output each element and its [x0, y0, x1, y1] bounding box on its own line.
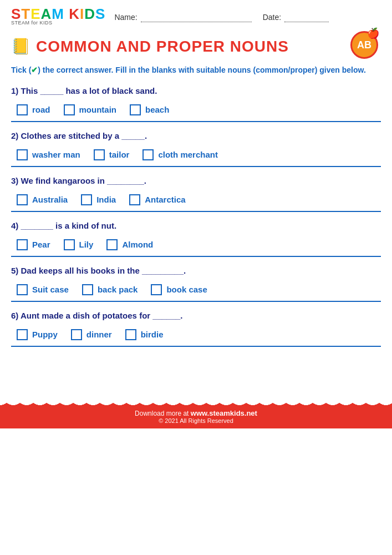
abc-badge: AB 🍎: [350, 31, 381, 62]
question-1: 1) This _____ has a lot of black sand.ro…: [0, 80, 392, 115]
divider-3: [11, 211, 381, 212]
header: STEAM KIDS STEAM for KIDS Name: Date:: [0, 0, 392, 29]
question-5: 5) Dad keeps all his books in the ______…: [0, 260, 392, 295]
divider-2: [11, 166, 381, 167]
footer-website[interactable]: www.steamkids.net: [191, 409, 257, 417]
checkbox-6-2[interactable]: [71, 329, 82, 340]
question-1-text: 1) This _____ has a lot of black sand.: [11, 86, 381, 95]
question-2: 2) Clothes are stitched by a _____.washe…: [0, 125, 392, 160]
checkbox-3-1[interactable]: [17, 194, 28, 205]
divider-6: [11, 346, 381, 347]
question-2-options: washer mantailorcloth merchant: [11, 149, 381, 160]
checkbox-1-2[interactable]: [64, 104, 75, 115]
checkbox-4-3[interactable]: [106, 239, 118, 250]
question-5-option-3[interactable]: book case: [151, 284, 207, 295]
question-6-options: Puppydinnerbirdie: [11, 329, 381, 340]
option-label-5-2: back pack: [98, 285, 138, 294]
question-4-option-1[interactable]: Pear: [17, 239, 50, 250]
question-5-option-1[interactable]: Suit case: [17, 284, 69, 295]
logo-area: STEAM KIDS STEAM for KIDS: [11, 7, 105, 26]
option-label-3-2: India: [96, 195, 116, 204]
checkbox-5-2[interactable]: [82, 284, 93, 295]
name-label: Name:: [114, 13, 137, 22]
question-2-option-1[interactable]: washer man: [17, 149, 80, 160]
logo-subtitle: STEAM for KIDS: [11, 20, 53, 26]
date-label: Date:: [263, 13, 281, 22]
checkbox-5-3[interactable]: [151, 284, 162, 295]
option-label-4-2: Lily: [79, 240, 94, 249]
divider-4: [11, 256, 381, 257]
option-label-3-1: Australia: [32, 195, 68, 204]
checkbox-2-3[interactable]: [142, 149, 154, 160]
name-dots: [141, 13, 252, 22]
question-2-text: 2) Clothes are stitched by a _____.: [11, 131, 381, 140]
checkbox-2-2[interactable]: [94, 149, 105, 160]
instruction-text: Tick (✔) the correct answer. Fill in the…: [11, 65, 366, 74]
question-1-options: roadmountainbeach: [11, 104, 381, 115]
footer: Download more at www.steamkids.net © 202…: [0, 395, 392, 428]
question-4-text: 4) _______ is a kind of nut.: [11, 221, 381, 230]
questions-container: 1) This _____ has a lot of black sand.ro…: [0, 80, 392, 347]
checkbox-6-3[interactable]: [125, 329, 136, 340]
question-3: 3) We find kangaroos in ________.Austral…: [0, 170, 392, 205]
pencil-icon: 📒: [11, 37, 30, 56]
checkbox-2-1[interactable]: [17, 149, 28, 160]
question-2-option-2[interactable]: tailor: [94, 149, 130, 160]
question-1-option-1[interactable]: road: [17, 104, 50, 115]
option-label-2-2: tailor: [109, 150, 130, 159]
option-label-6-2: dinner: [86, 330, 112, 339]
question-5-option-2[interactable]: back pack: [82, 284, 138, 295]
option-label-2-1: washer man: [32, 150, 80, 159]
question-1-option-2[interactable]: mountain: [64, 104, 117, 115]
question-6: 6) Aunt made a dish of potatoes for ____…: [0, 305, 392, 340]
checkbox-3-3[interactable]: [129, 194, 140, 205]
question-3-option-1[interactable]: Australia: [17, 194, 68, 205]
divider-1: [11, 121, 381, 122]
option-label-2-3: cloth merchant: [158, 150, 218, 159]
question-6-option-3[interactable]: birdie: [125, 329, 164, 340]
checkbox-1-3[interactable]: [130, 104, 141, 115]
checkbox-4-1[interactable]: [17, 239, 28, 250]
question-2-option-3[interactable]: cloth merchant: [142, 149, 218, 160]
option-label-3-3: Antarctica: [145, 195, 185, 204]
main-title: COMMON AND PROPER NOUNS: [36, 38, 289, 56]
checkbox-4-2[interactable]: [64, 239, 75, 250]
question-4-options: PearLilyAlmond: [11, 239, 381, 250]
option-label-4-3: Almond: [122, 240, 153, 249]
checkbox-5-1[interactable]: [17, 284, 28, 295]
option-label-1-3: beach: [145, 105, 169, 114]
option-label-6-1: Puppy: [32, 330, 58, 339]
question-3-options: AustraliaIndiaAntarctica: [11, 194, 381, 205]
option-label-1-1: road: [32, 105, 50, 114]
title-left: 📒 COMMON AND PROPER NOUNS: [11, 37, 289, 56]
footer-download: Download more at www.steamkids.net: [0, 409, 392, 417]
question-6-option-2[interactable]: dinner: [71, 329, 112, 340]
question-3-text: 3) We find kangaroos in ________.: [11, 176, 381, 185]
question-1-option-3[interactable]: beach: [130, 104, 169, 115]
question-3-option-2[interactable]: India: [81, 194, 116, 205]
question-4-option-3[interactable]: Almond: [106, 239, 153, 250]
option-label-6-3: birdie: [141, 330, 164, 339]
option-label-5-3: book case: [166, 285, 207, 294]
checkbox-6-1[interactable]: [17, 329, 28, 340]
name-field: Name:: [114, 13, 251, 22]
abc-circle: AB 🍎: [350, 31, 378, 59]
checkbox-3-2[interactable]: [81, 194, 92, 205]
footer-copyright: © 2021 All Rights Reserved: [0, 417, 392, 424]
question-3-option-3[interactable]: Antarctica: [129, 194, 185, 205]
checkbox-1-1[interactable]: [17, 104, 28, 115]
title-section: 📒 COMMON AND PROPER NOUNS AB 🍎: [0, 29, 392, 64]
option-label-5-1: Suit case: [32, 285, 69, 294]
abc-text: AB: [357, 39, 371, 51]
question-6-option-1[interactable]: Puppy: [17, 329, 58, 340]
apple-icon: 🍎: [367, 27, 379, 39]
date-dots: [284, 13, 329, 22]
question-6-text: 6) Aunt made a dish of potatoes for ____…: [11, 311, 381, 320]
question-5-text: 5) Dad keeps all his books in the ______…: [11, 266, 381, 275]
date-field: Date:: [263, 13, 329, 22]
option-label-1-2: mountain: [79, 105, 117, 114]
question-4-option-2[interactable]: Lily: [64, 239, 94, 250]
option-label-4-1: Pear: [32, 240, 50, 249]
name-date-area: Name: Date:: [114, 11, 381, 22]
logo-text: STEAM KIDS: [11, 7, 105, 21]
